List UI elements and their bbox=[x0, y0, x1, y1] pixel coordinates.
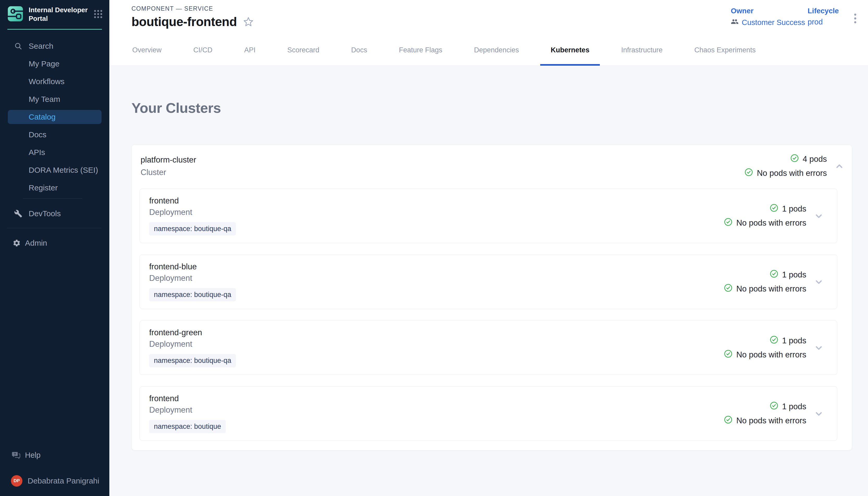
check-circle-icon bbox=[744, 168, 753, 179]
check-circle-icon bbox=[770, 269, 778, 280]
sidebar-item-apis[interactable]: APIs bbox=[8, 145, 101, 159]
namespace-chip: namespace: boutique-qa bbox=[149, 288, 236, 301]
user-menu[interactable]: DP Debabrata Panigrahi bbox=[8, 472, 101, 489]
user-name: Debabrata Panigrahi bbox=[28, 477, 99, 485]
tab-scorecard[interactable]: Scorecard bbox=[277, 34, 330, 66]
deployment-kind: Deployment bbox=[149, 207, 192, 217]
sidebar-item-admin[interactable]: Admin bbox=[8, 236, 101, 250]
tab-kubernetes[interactable]: Kubernetes bbox=[540, 34, 600, 66]
pods-errors: No pods with errors bbox=[757, 169, 827, 178]
logo-mark-icon bbox=[8, 6, 23, 22]
namespace-chip: namespace: boutique-qa bbox=[149, 354, 236, 367]
check-circle-icon bbox=[790, 154, 799, 165]
entity-tabs: Overview CI/CD API Scorecard Docs Featur… bbox=[122, 34, 766, 66]
pods-errors: No pods with errors bbox=[736, 350, 806, 359]
sidebar-item-devtools[interactable]: DevTools bbox=[8, 206, 101, 221]
check-circle-icon bbox=[724, 349, 733, 360]
sidebar-nav: Search My Page Workflows My Team Catalog… bbox=[0, 30, 109, 254]
sidebar-item-label: My Page bbox=[29, 59, 59, 68]
sidebar-item-catalog[interactable]: Catalog bbox=[8, 110, 101, 124]
check-circle-icon bbox=[724, 218, 733, 229]
deployment-status: 1 pods No pods with errors bbox=[724, 269, 806, 294]
sidebar-item-workflows[interactable]: Workflows bbox=[8, 75, 101, 89]
gear-icon bbox=[8, 239, 25, 247]
page-title: boutique-frontend bbox=[131, 15, 237, 29]
brand-row: Internal Developer Portal bbox=[0, 0, 109, 28]
check-circle-icon bbox=[770, 335, 778, 346]
tab-cicd[interactable]: CI/CD bbox=[183, 34, 223, 66]
deployment-info: frontend-green Deployment namespace: bou… bbox=[149, 328, 236, 367]
deployment-info: frontend-blue Deployment namespace: bout… bbox=[149, 262, 236, 301]
sidebar-item-docs[interactable]: Docs bbox=[8, 128, 101, 142]
namespace-chip: namespace: boutique-qa bbox=[149, 222, 236, 235]
lifecycle-meta: Lifecycle prod bbox=[808, 7, 839, 26]
chevron-down-icon[interactable] bbox=[813, 408, 824, 419]
sidebar-item-help[interactable]: ? Help bbox=[8, 448, 101, 462]
sidebar-item-dora-metrics[interactable]: DORA Metrics (SEI) bbox=[8, 163, 101, 177]
owner-label: Owner bbox=[731, 7, 805, 15]
cluster-card: platform-cluster Cluster 4 po bbox=[131, 144, 852, 450]
sidebar-item-register[interactable]: Register bbox=[8, 181, 101, 195]
sidebar-item-search[interactable]: Search bbox=[8, 39, 101, 53]
tab-feature-flags[interactable]: Feature Flags bbox=[388, 34, 453, 66]
chevron-down-icon[interactable] bbox=[813, 342, 824, 354]
apps-grid-icon[interactable] bbox=[94, 10, 102, 19]
tab-dependencies[interactable]: Dependencies bbox=[464, 34, 530, 66]
sidebar-item-my-team[interactable]: My Team bbox=[8, 92, 101, 106]
namespace-chip: namespace: boutique bbox=[149, 420, 226, 433]
breadcrumb: COMPONENT — SERVICE bbox=[131, 5, 213, 12]
svg-text:?: ? bbox=[14, 452, 16, 456]
owner-link[interactable]: Customer Success bbox=[742, 18, 805, 27]
check-circle-icon bbox=[724, 415, 733, 426]
kebab-menu-icon[interactable] bbox=[849, 12, 861, 27]
title-row: boutique-frontend bbox=[131, 15, 254, 29]
tab-api[interactable]: API bbox=[234, 34, 266, 66]
pods-errors: No pods with errors bbox=[736, 416, 806, 425]
pods-count: 4 pods bbox=[803, 154, 827, 164]
kubernetes-content: Your Clusters platform-cluster Cluster bbox=[109, 100, 868, 450]
cluster-name: platform-cluster bbox=[141, 155, 196, 165]
chevron-up-icon[interactable] bbox=[834, 160, 845, 172]
help-label: Help bbox=[25, 451, 41, 460]
check-circle-icon bbox=[770, 203, 778, 214]
deployment-kind: Deployment bbox=[149, 339, 192, 349]
chevron-down-icon[interactable] bbox=[813, 276, 824, 288]
wrench-icon bbox=[8, 210, 29, 218]
sidebar-item-label: APIs bbox=[29, 148, 45, 157]
pods-errors: No pods with errors bbox=[736, 218, 806, 228]
check-circle-icon bbox=[770, 401, 778, 412]
deployment-kind: Deployment bbox=[149, 274, 192, 283]
deployment-card: frontend-green Deployment namespace: bou… bbox=[140, 321, 837, 375]
entity-header: COMPONENT — SERVICE boutique-frontend Ow… bbox=[109, 0, 868, 66]
tab-chaos-experiments[interactable]: Chaos Experiments bbox=[684, 34, 766, 66]
sidebar-item-label: Catalog bbox=[29, 112, 55, 121]
deployment-card: frontend Deployment namespace: boutique bbox=[140, 386, 837, 441]
sidebar-item-label: My Team bbox=[29, 95, 60, 104]
pods-count: 1 pods bbox=[782, 270, 806, 280]
sidebar-item-my-page[interactable]: My Page bbox=[8, 57, 101, 71]
pods-count: 1 pods bbox=[782, 204, 806, 214]
brand-title: Internal Developer Portal bbox=[29, 6, 88, 23]
deployment-info: frontend Deployment namespace: boutique-… bbox=[149, 196, 236, 235]
sidebar-item-label: Admin bbox=[25, 238, 47, 247]
deployment-card: frontend Deployment namespace: boutique-… bbox=[140, 189, 837, 243]
chevron-down-icon[interactable] bbox=[813, 210, 824, 222]
deployment-name: frontend-green bbox=[149, 328, 202, 337]
main-area: COMPONENT — SERVICE boutique-frontend Ow… bbox=[109, 0, 868, 496]
pods-count: 1 pods bbox=[782, 336, 806, 345]
sidebar-item-label: DORA Metrics (SEI) bbox=[29, 166, 98, 174]
cluster-kind: Cluster bbox=[141, 168, 196, 177]
owner-meta: Owner Customer Success bbox=[731, 7, 805, 27]
help-chat-icon: ? bbox=[8, 451, 25, 460]
tab-docs[interactable]: Docs bbox=[341, 34, 378, 66]
deployment-info: frontend Deployment namespace: boutique bbox=[149, 394, 226, 433]
app-root: Internal Developer Portal Search bbox=[0, 0, 868, 496]
favorite-star-icon[interactable] bbox=[243, 17, 254, 27]
tab-overview[interactable]: Overview bbox=[122, 34, 172, 66]
deployment-name: frontend-blue bbox=[149, 262, 197, 272]
deployment-name: frontend bbox=[149, 196, 179, 205]
tab-infrastructure[interactable]: Infrastructure bbox=[611, 34, 673, 66]
cluster-header[interactable]: platform-cluster Cluster 4 po bbox=[132, 145, 852, 189]
check-circle-icon bbox=[724, 283, 733, 294]
sidebar: Internal Developer Portal Search bbox=[0, 0, 109, 496]
